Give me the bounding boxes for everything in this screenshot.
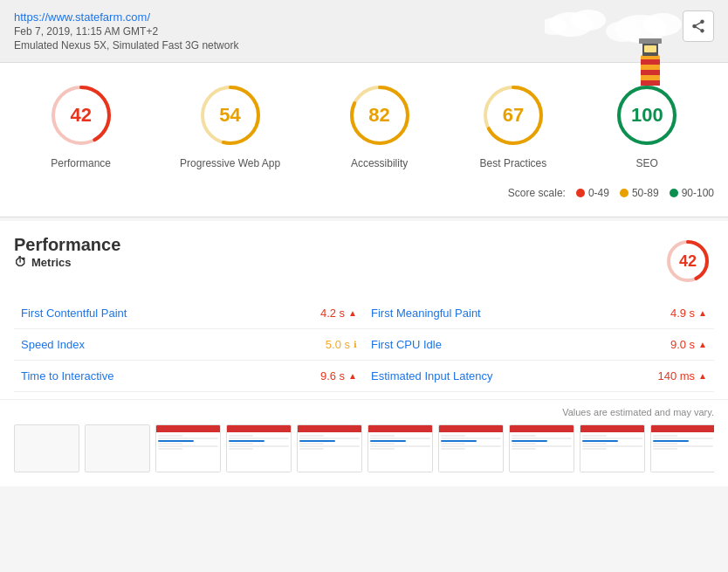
score-num-accessibility: 82 bbox=[368, 104, 389, 127]
filmstrip-note: Values are estimated and may vary. bbox=[14, 407, 714, 417]
metric-value: 140 ms ▲ bbox=[657, 369, 707, 382]
svg-rect-8 bbox=[641, 70, 660, 75]
filmstrip-frame bbox=[650, 424, 714, 472]
metric-row: Estimated Input Latency 140 ms ▲ bbox=[364, 361, 714, 392]
metric-row: First CPU Idle 9.0 s ▲ bbox=[364, 329, 714, 361]
performance-score-num: 42 bbox=[679, 252, 697, 271]
circle-score-performance: 42 bbox=[46, 80, 116, 150]
metric-name: Estimated Input Latency bbox=[371, 369, 492, 382]
scale-item-orange: 50-89 bbox=[620, 187, 659, 199]
circle-score-best-practices: 67 bbox=[478, 80, 548, 150]
metric-name: First CPU Idle bbox=[371, 338, 442, 351]
score-item-performance: 42 Performance bbox=[46, 80, 116, 169]
svg-rect-11 bbox=[639, 38, 662, 44]
header: https://www.statefarm.com/ Feb 7, 2019, … bbox=[0, 0, 728, 63]
score-label-pwa: Progressive Web App bbox=[180, 157, 280, 169]
filmstrip-frame bbox=[509, 424, 574, 472]
metric-value: 4.2 s ▲ bbox=[320, 307, 357, 320]
scale-text-green: 90-100 bbox=[682, 187, 714, 199]
score-num-pwa: 54 bbox=[219, 104, 240, 127]
score-item-seo: 100 SEO bbox=[612, 80, 682, 169]
score-item-pwa: 54 Progressive Web App bbox=[180, 80, 280, 169]
filmstrip-frame bbox=[155, 424, 221, 472]
svg-rect-12 bbox=[644, 45, 656, 52]
metrics-header: ⏱ Metrics bbox=[14, 255, 120, 269]
score-num-seo: 100 bbox=[631, 104, 663, 127]
metric-value: 4.9 s ▲ bbox=[670, 307, 707, 320]
metric-name: First Contentful Paint bbox=[21, 307, 127, 320]
performance-score-circle: 42 bbox=[662, 235, 714, 287]
filmstrip-row bbox=[14, 424, 714, 472]
filmstrip-frame bbox=[438, 424, 504, 472]
circle-score-seo: 100 bbox=[612, 80, 682, 150]
svg-point-5 bbox=[606, 21, 641, 42]
filmstrip-frame bbox=[297, 424, 362, 472]
metric-row: Time to Interactive 9.6 s ▲ bbox=[14, 361, 364, 392]
score-label-best-practices: Best Practices bbox=[480, 157, 547, 169]
circle-score-pwa: 54 bbox=[196, 80, 265, 150]
svg-point-1 bbox=[571, 10, 606, 31]
score-label-accessibility: Accessibility bbox=[351, 157, 408, 169]
svg-rect-7 bbox=[641, 59, 660, 65]
svg-point-4 bbox=[643, 13, 682, 36]
share-button[interactable] bbox=[683, 10, 714, 42]
scale-dot-red bbox=[576, 189, 585, 197]
metric-value: 9.0 s ▲ bbox=[670, 338, 707, 351]
filmstrip-frame bbox=[14, 424, 79, 472]
filmstrip-frame bbox=[367, 424, 433, 472]
scale-dot-orange bbox=[620, 189, 628, 197]
scores-section: 42 Performance 54 Progressive Web App 82… bbox=[0, 63, 728, 217]
metric-row: Speed Index 5.0 s ℹ bbox=[14, 329, 364, 361]
circle-score-accessibility: 82 bbox=[345, 80, 415, 150]
score-label-seo: SEO bbox=[636, 157, 658, 169]
scale-item-red: 0-49 bbox=[576, 187, 609, 199]
metric-value: 9.6 s ▲ bbox=[320, 369, 357, 382]
score-label-performance: Performance bbox=[51, 157, 111, 169]
stopwatch-icon: ⏱ bbox=[14, 255, 26, 269]
scale-text-orange: 50-89 bbox=[632, 187, 659, 199]
filmstrip-frame bbox=[226, 424, 292, 472]
metric-row: First Contentful Paint 4.2 s ▲ bbox=[14, 298, 364, 329]
score-item-accessibility: 82 Accessibility bbox=[345, 80, 415, 169]
score-num-performance: 42 bbox=[70, 104, 91, 127]
performance-section: Performance ⏱ Metrics 42 First Contentfu… bbox=[0, 221, 728, 399]
scale-legend: Score scale: 0-49 50-89 90-100 bbox=[14, 183, 714, 208]
score-item-best-practices: 67 Best Practices bbox=[478, 80, 548, 169]
metric-name: First Meaningful Paint bbox=[371, 307, 481, 320]
scale-label: Score scale: bbox=[508, 187, 566, 199]
url-link[interactable]: https://www.statefarm.com/ bbox=[14, 10, 150, 24]
score-num-best-practices: 67 bbox=[503, 104, 524, 127]
scale-text-red: 0-49 bbox=[588, 187, 609, 199]
metric-name: Speed Index bbox=[21, 338, 85, 351]
scale-dot-green bbox=[670, 189, 678, 197]
filmstrip-frame bbox=[85, 424, 150, 472]
filmstrip-section: Values are estimated and may vary. bbox=[0, 399, 728, 486]
metric-value: 5.0 s ℹ bbox=[326, 338, 357, 351]
filmstrip-frame bbox=[580, 424, 645, 472]
metrics-label: Metrics bbox=[31, 256, 72, 269]
performance-title: Performance bbox=[14, 235, 120, 255]
scale-item-green: 90-100 bbox=[670, 187, 714, 199]
metrics-grid: First Contentful Paint 4.2 s ▲ First Mea… bbox=[14, 298, 714, 392]
metric-name: Time to Interactive bbox=[21, 369, 113, 382]
metric-row: First Meaningful Paint 4.9 s ▲ bbox=[364, 298, 714, 329]
performance-header: Performance ⏱ Metrics 42 bbox=[14, 235, 714, 287]
